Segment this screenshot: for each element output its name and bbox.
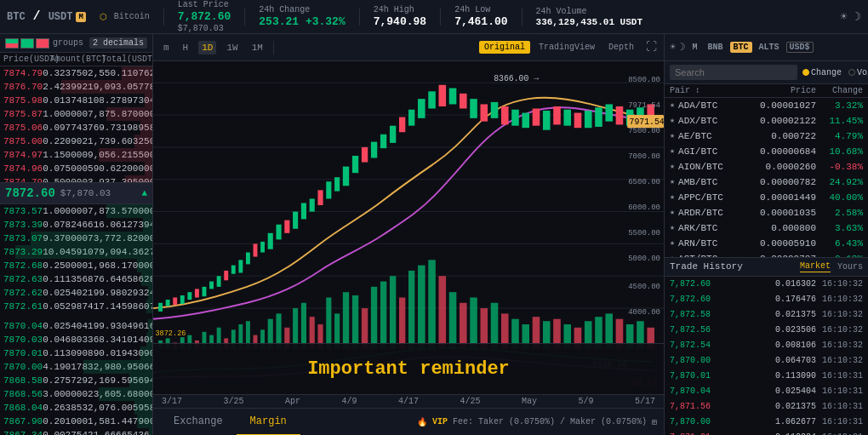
trade-history-row: 7,871.01 0.112234 16:10:31 xyxy=(665,430,868,436)
buy-order-row[interactable]: 7870.01 0.113090 890.01943090 xyxy=(0,346,152,360)
original-view-btn[interactable]: Original xyxy=(479,41,530,54)
change-vol-options: Change Volume xyxy=(802,68,868,77)
sell-order-row[interactable]: 7874.79 0.323750 2,550.11076250 xyxy=(0,66,152,80)
buy-order-row[interactable]: 7872.68 0.250000 1,968.17000000 xyxy=(0,259,152,272)
margin-tab[interactable]: Margin xyxy=(237,409,300,436)
market-alts-btn[interactable]: ALTS xyxy=(756,42,783,53)
favorite-star[interactable]: ★ xyxy=(670,161,675,173)
buy-order-row[interactable]: 7872.61 0.052987 417.14598607 xyxy=(0,300,152,313)
tf-h-btn[interactable]: H xyxy=(180,41,192,54)
market-btc-btn[interactable]: BTC xyxy=(730,42,752,53)
trade-amount: 0.016302 xyxy=(717,278,816,290)
svg-rect-46 xyxy=(480,104,488,121)
buy-order-row[interactable]: 7868.56 3.000000 23,605.68000000 xyxy=(0,387,152,401)
favorite-star[interactable]: ★ xyxy=(670,130,675,142)
tf-1w-btn[interactable]: 1W xyxy=(223,41,241,54)
buy-order-row[interactable]: 7868.04 0.263853 2,076.00595812 xyxy=(0,401,152,415)
pair-row[interactable]: ★ AGI/BTC 0.00000684 10.68% xyxy=(665,144,868,159)
pair-row[interactable]: ★ AE/BTC 0.000722 4.79% xyxy=(665,129,868,144)
buy-order-row[interactable]: 7873.07 9.370000 73,772.82000000 xyxy=(0,232,152,245)
depth-btn[interactable]: Depth xyxy=(603,41,639,54)
search-input[interactable] xyxy=(670,65,797,80)
ob-all-icon[interactable] xyxy=(5,38,19,49)
favorite-star[interactable]: ★ xyxy=(670,222,675,234)
favorite-star[interactable]: ★ xyxy=(670,115,675,127)
sun-icon-right[interactable]: ☀ xyxy=(670,41,676,54)
favorite-star[interactable]: ★ xyxy=(670,176,675,188)
trade-price: 7,872.58 xyxy=(670,309,717,321)
sell-order-row[interactable]: 7874.79 0.500000 3,937.39500000 xyxy=(0,175,152,182)
moon-icon[interactable]: ☽ xyxy=(854,9,861,24)
buy-order-row[interactable]: 7870.03 0.046803 368.34101409 xyxy=(0,333,152,346)
volume-radio[interactable] xyxy=(848,69,855,76)
favorite-star[interactable]: ★ xyxy=(670,146,675,157)
pair-row[interactable]: ★ ADA/BTC 0.00001027 3.32% xyxy=(665,98,868,113)
buy-order-row[interactable]: 7872.63 0.111356 876.64658628 xyxy=(0,272,152,286)
trade-amount: 0.023506 xyxy=(717,324,816,336)
sell-order-row[interactable]: 7875.00 0.220902 1,739.60325000 xyxy=(0,135,152,148)
favorite-star[interactable]: ★ xyxy=(670,238,675,249)
volume-option[interactable]: Volume xyxy=(848,68,868,77)
sell-order-row[interactable]: 7874.97 1.150000 9,056.21550000 xyxy=(0,148,152,162)
pair-row[interactable]: ★ APPC/BTC 0.00001449 40.00% xyxy=(665,190,868,205)
svg-rect-85 xyxy=(326,297,331,349)
moon-icon-right[interactable]: ☽ xyxy=(679,41,685,54)
yours-tab-btn[interactable]: Yours xyxy=(837,262,863,272)
svg-rect-97 xyxy=(439,276,447,349)
svg-rect-38 xyxy=(399,117,405,133)
pair-row[interactable]: ★ AMB/BTC 0.00000782 24.92% xyxy=(665,175,868,190)
pair-price: 0.000800 xyxy=(752,222,816,234)
market-m-btn[interactable]: M xyxy=(688,42,700,53)
svg-rect-51 xyxy=(533,108,540,125)
market-tab-btn[interactable]: Market xyxy=(800,261,831,272)
svg-rect-100 xyxy=(470,297,477,349)
svg-text:8366.00 →: 8366.00 → xyxy=(494,74,539,83)
market-usd-btn[interactable]: USD$ xyxy=(786,42,814,53)
decimals-selector[interactable]: 2 decimals xyxy=(89,37,147,49)
buy-order-row[interactable]: 7867.34 0.002754 21.66665436 xyxy=(0,428,152,435)
trade-price: 7,870.00 xyxy=(670,355,717,367)
buy-order-row[interactable]: 7870.00 4.190178 32,980.95066000 xyxy=(0,360,152,374)
buy-order-row[interactable]: 7868.58 0.275729 2,169.59569482 xyxy=(0,374,152,387)
sell-order-row[interactable]: 7875.87 1.000000 7,875.87000000 xyxy=(0,107,152,121)
tf-1d-btn[interactable]: 1D xyxy=(198,41,216,54)
pair-row[interactable]: ★ ARK/BTC 0.000800 3.63% xyxy=(665,220,868,236)
tf-1m-btn[interactable]: 1M xyxy=(248,41,266,54)
change-option[interactable]: Change xyxy=(802,68,842,77)
sell-order-row[interactable]: 7876.70 2.423992 19,093.05778640 xyxy=(0,80,152,94)
favorite-star[interactable]: ★ xyxy=(670,207,675,219)
buy-order-row[interactable]: 7872.62 0.025402 199.98029324 xyxy=(0,286,152,300)
favorite-star[interactable]: ★ xyxy=(670,100,675,112)
pair-price: 0.00000782 xyxy=(752,176,816,188)
favorite-star[interactable]: ★ xyxy=(670,192,675,203)
change-radio[interactable] xyxy=(802,69,809,76)
pair-row[interactable]: ★ ARN/BTC 0.00005910 6.43% xyxy=(665,236,868,251)
ob-sell-icon[interactable] xyxy=(36,38,49,49)
pair-name: ARK/BTC xyxy=(678,222,752,234)
svg-rect-47 xyxy=(491,102,499,118)
buy-order-row[interactable]: 7873.57 1.000000 7,873.57000000 xyxy=(0,204,152,218)
svg-rect-92 xyxy=(390,276,396,349)
sun-icon[interactable]: ☀ xyxy=(840,9,847,24)
ob-buy-icon[interactable] xyxy=(20,38,34,49)
divider xyxy=(440,9,441,26)
exchange-tab[interactable]: Exchange xyxy=(160,409,237,436)
svg-rect-43 xyxy=(449,89,457,105)
pair-row[interactable]: ★ ADX/BTC 0.00002122 11.45% xyxy=(665,113,868,129)
sell-order-row[interactable]: 7874.96 0.075000 590.62200000 xyxy=(0,162,152,175)
pair-row[interactable]: ★ ARDR/BTC 0.00001035 2.58% xyxy=(665,205,868,220)
buy-order-row[interactable]: 7870.04 0.025404 199.93049616 xyxy=(0,319,152,333)
tradingview-btn[interactable]: TradingView xyxy=(534,41,600,54)
svg-rect-30 xyxy=(326,181,331,198)
trade-price: 7,872.60 xyxy=(670,278,717,290)
buy-order-row[interactable]: 7873.29 10.045910 79,094.36274390 xyxy=(0,245,152,259)
buy-order-row[interactable]: 7873.39 0.078246 616.06127394 xyxy=(0,218,152,232)
fullscreen-btn[interactable]: ⛶ xyxy=(646,41,657,54)
market-bnb-btn[interactable]: BNB xyxy=(704,42,726,53)
pair-name: AMB/BTC xyxy=(678,176,752,188)
sell-order-row[interactable]: 7875.06 0.097743 769.73198958 xyxy=(0,121,152,135)
tf-m-btn[interactable]: m xyxy=(160,41,173,54)
pair-row[interactable]: ★ AION/BTC 0.0000260 -0.38% xyxy=(665,159,868,175)
sell-order-row[interactable]: 7875.98 0.013748 108.27897304 xyxy=(0,94,152,107)
buy-order-row[interactable]: 7867.90 0.201000 1,581.44790000 xyxy=(0,415,152,428)
